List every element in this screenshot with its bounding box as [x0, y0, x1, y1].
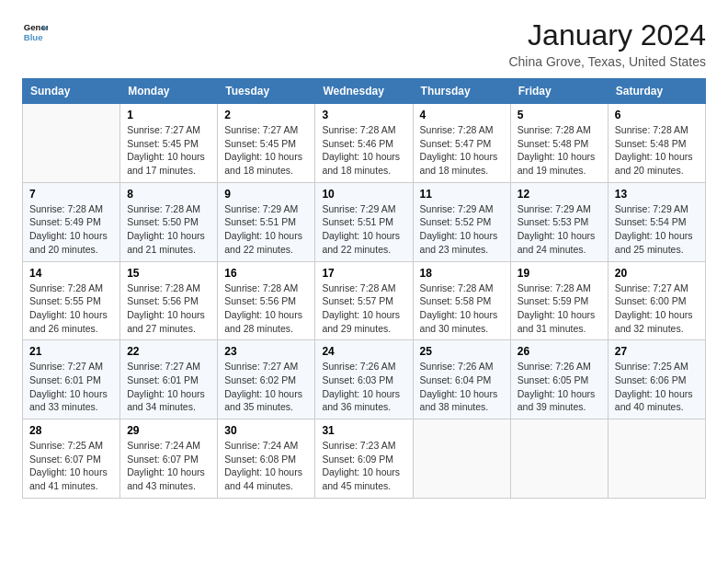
calendar-cell: 9Sunrise: 7:29 AMSunset: 5:51 PMDaylight…	[218, 182, 315, 261]
calendar-cell	[608, 419, 705, 499]
calendar-cell: 18Sunrise: 7:28 AMSunset: 5:58 PMDayligh…	[413, 261, 510, 340]
day-number: 9	[224, 188, 308, 201]
page-header: General Blue January 2024 China Grove, T…	[22, 18, 706, 69]
calendar-cell: 19Sunrise: 7:28 AMSunset: 5:59 PMDayligh…	[510, 261, 608, 340]
calendar-cell: 11Sunrise: 7:29 AMSunset: 5:52 PMDayligh…	[413, 182, 510, 261]
day-detail: Sunrise: 7:28 AMSunset: 5:56 PMDaylight:…	[127, 282, 210, 336]
calendar-cell: 2Sunrise: 7:27 AMSunset: 5:45 PMDaylight…	[218, 104, 315, 183]
day-detail: Sunrise: 7:26 AMSunset: 6:04 PMDaylight:…	[420, 360, 504, 414]
weekday-header: Sunday	[23, 79, 120, 104]
calendar-cell: 3Sunrise: 7:28 AMSunset: 5:46 PMDaylight…	[315, 104, 413, 183]
calendar-cell: 7Sunrise: 7:28 AMSunset: 5:49 PMDaylight…	[23, 182, 120, 261]
calendar-cell	[510, 419, 608, 499]
day-detail: Sunrise: 7:29 AMSunset: 5:51 PMDaylight:…	[224, 202, 308, 257]
weekday-header: Saturday	[608, 79, 705, 104]
calendar-cell: 6Sunrise: 7:28 AMSunset: 5:48 PMDaylight…	[608, 104, 705, 183]
calendar-cell: 31Sunrise: 7:23 AMSunset: 6:09 PMDayligh…	[315, 419, 413, 499]
day-number: 17	[322, 267, 405, 280]
calendar-cell: 16Sunrise: 7:28 AMSunset: 5:56 PMDayligh…	[218, 261, 315, 340]
calendar-cell: 30Sunrise: 7:24 AMSunset: 6:08 PMDayligh…	[218, 419, 315, 499]
day-number: 13	[615, 188, 699, 201]
day-number: 12	[518, 188, 601, 201]
calendar-week-row: 1Sunrise: 7:27 AMSunset: 5:45 PMDaylight…	[23, 104, 706, 183]
svg-text:Blue: Blue	[24, 32, 43, 42]
calendar-cell: 22Sunrise: 7:27 AMSunset: 6:01 PMDayligh…	[120, 340, 218, 419]
calendar-cell: 12Sunrise: 7:29 AMSunset: 5:53 PMDayligh…	[510, 182, 608, 261]
day-detail: Sunrise: 7:24 AMSunset: 6:07 PMDaylight:…	[127, 439, 210, 493]
day-number: 20	[615, 267, 699, 280]
day-detail: Sunrise: 7:29 AMSunset: 5:54 PMDaylight:…	[615, 202, 699, 257]
day-detail: Sunrise: 7:28 AMSunset: 5:50 PMDaylight:…	[127, 202, 210, 257]
calendar-week-row: 7Sunrise: 7:28 AMSunset: 5:49 PMDaylight…	[23, 182, 706, 261]
calendar-cell: 29Sunrise: 7:24 AMSunset: 6:07 PMDayligh…	[120, 419, 218, 499]
weekday-header: Tuesday	[218, 79, 315, 104]
calendar-cell: 4Sunrise: 7:28 AMSunset: 5:47 PMDaylight…	[413, 104, 510, 183]
calendar-cell: 21Sunrise: 7:27 AMSunset: 6:01 PMDayligh…	[23, 340, 120, 419]
calendar-cell: 24Sunrise: 7:26 AMSunset: 6:03 PMDayligh…	[315, 340, 413, 419]
day-number: 21	[29, 345, 113, 358]
day-detail: Sunrise: 7:28 AMSunset: 5:46 PMDaylight:…	[322, 123, 405, 178]
day-number: 10	[322, 188, 405, 201]
title-block: January 2024 China Grove, Texas, United …	[508, 18, 706, 69]
day-number: 23	[224, 345, 308, 358]
day-detail: Sunrise: 7:26 AMSunset: 6:03 PMDaylight:…	[322, 360, 405, 414]
day-number: 22	[127, 345, 210, 358]
day-number: 8	[127, 188, 210, 201]
day-number: 4	[420, 109, 504, 121]
weekday-header: Thursday	[413, 79, 510, 104]
calendar-cell	[23, 104, 120, 183]
day-detail: Sunrise: 7:23 AMSunset: 6:09 PMDaylight:…	[322, 439, 405, 493]
calendar-cell: 10Sunrise: 7:29 AMSunset: 5:51 PMDayligh…	[315, 182, 413, 261]
day-detail: Sunrise: 7:28 AMSunset: 5:56 PMDaylight:…	[224, 282, 308, 336]
day-number: 15	[127, 267, 210, 280]
calendar-cell: 5Sunrise: 7:28 AMSunset: 5:48 PMDaylight…	[510, 104, 608, 183]
day-number: 28	[29, 424, 113, 437]
calendar-cell: 14Sunrise: 7:28 AMSunset: 5:55 PMDayligh…	[23, 261, 120, 340]
weekday-header-row: SundayMondayTuesdayWednesdayThursdayFrid…	[23, 79, 706, 104]
calendar-week-row: 21Sunrise: 7:27 AMSunset: 6:01 PMDayligh…	[23, 340, 706, 419]
day-number: 5	[518, 109, 601, 121]
day-detail: Sunrise: 7:28 AMSunset: 5:48 PMDaylight:…	[615, 123, 699, 178]
day-detail: Sunrise: 7:27 AMSunset: 5:45 PMDaylight:…	[224, 123, 308, 178]
day-number: 27	[615, 345, 699, 358]
day-number: 6	[615, 109, 699, 121]
calendar-cell: 23Sunrise: 7:27 AMSunset: 6:02 PMDayligh…	[218, 340, 315, 419]
weekday-header: Friday	[510, 79, 608, 104]
day-detail: Sunrise: 7:28 AMSunset: 5:49 PMDaylight:…	[29, 202, 113, 257]
day-detail: Sunrise: 7:29 AMSunset: 5:52 PMDaylight:…	[420, 202, 504, 257]
day-number: 7	[29, 188, 113, 201]
day-detail: Sunrise: 7:28 AMSunset: 5:57 PMDaylight:…	[322, 282, 405, 336]
calendar-week-row: 14Sunrise: 7:28 AMSunset: 5:55 PMDayligh…	[23, 261, 706, 340]
day-detail: Sunrise: 7:27 AMSunset: 6:02 PMDaylight:…	[224, 360, 308, 414]
day-detail: Sunrise: 7:28 AMSunset: 5:58 PMDaylight:…	[420, 282, 504, 336]
day-number: 1	[127, 109, 210, 121]
day-detail: Sunrise: 7:26 AMSunset: 6:05 PMDaylight:…	[518, 360, 601, 414]
day-detail: Sunrise: 7:27 AMSunset: 6:01 PMDaylight:…	[29, 360, 113, 414]
day-detail: Sunrise: 7:25 AMSunset: 6:06 PMDaylight:…	[615, 360, 699, 414]
calendar-cell: 20Sunrise: 7:27 AMSunset: 6:00 PMDayligh…	[608, 261, 705, 340]
calendar-cell: 8Sunrise: 7:28 AMSunset: 5:50 PMDaylight…	[120, 182, 218, 261]
calendar-cell: 15Sunrise: 7:28 AMSunset: 5:56 PMDayligh…	[120, 261, 218, 340]
day-detail: Sunrise: 7:28 AMSunset: 5:55 PMDaylight:…	[29, 282, 113, 336]
day-number: 3	[322, 109, 405, 121]
day-number: 29	[127, 424, 210, 437]
calendar-week-row: 28Sunrise: 7:25 AMSunset: 6:07 PMDayligh…	[23, 419, 706, 499]
calendar-cell: 17Sunrise: 7:28 AMSunset: 5:57 PMDayligh…	[315, 261, 413, 340]
day-detail: Sunrise: 7:24 AMSunset: 6:08 PMDaylight:…	[224, 439, 308, 493]
day-detail: Sunrise: 7:27 AMSunset: 5:45 PMDaylight:…	[127, 123, 210, 178]
day-detail: Sunrise: 7:27 AMSunset: 6:01 PMDaylight:…	[127, 360, 210, 414]
calendar-cell: 25Sunrise: 7:26 AMSunset: 6:04 PMDayligh…	[413, 340, 510, 419]
calendar-cell: 26Sunrise: 7:26 AMSunset: 6:05 PMDayligh…	[510, 340, 608, 419]
calendar-table: SundayMondayTuesdayWednesdayThursdayFrid…	[22, 78, 706, 499]
logo: General Blue	[22, 18, 48, 44]
day-number: 19	[518, 267, 601, 280]
weekday-header: Monday	[120, 79, 218, 104]
day-detail: Sunrise: 7:27 AMSunset: 6:00 PMDaylight:…	[615, 282, 699, 336]
calendar-cell: 28Sunrise: 7:25 AMSunset: 6:07 PMDayligh…	[23, 419, 120, 499]
calendar-cell	[413, 419, 510, 499]
day-number: 30	[224, 424, 308, 437]
day-detail: Sunrise: 7:25 AMSunset: 6:07 PMDaylight:…	[29, 439, 113, 493]
calendar-cell: 1Sunrise: 7:27 AMSunset: 5:45 PMDaylight…	[120, 104, 218, 183]
logo-icon: General Blue	[22, 18, 48, 44]
day-number: 16	[224, 267, 308, 280]
